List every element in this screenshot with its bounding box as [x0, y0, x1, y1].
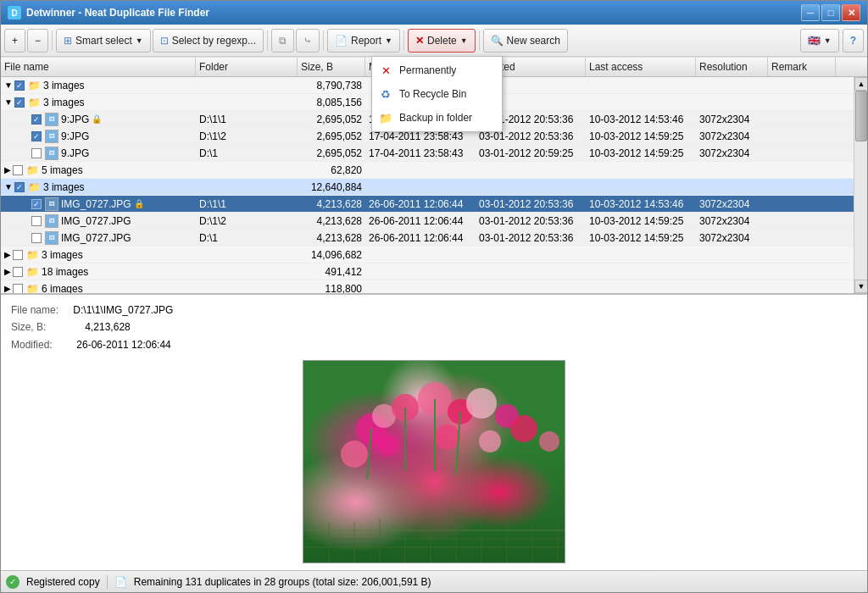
move-button[interactable]: ⤷ [296, 29, 320, 53]
svg-point-21 [378, 435, 398, 456]
flag-icon: 🇬🇧 [808, 35, 821, 47]
checkbox[interactable] [31, 216, 42, 226]
checkbox[interactable]: ✓ [31, 199, 42, 209]
checkbox[interactable] [13, 284, 23, 293]
expand-icon[interactable]: ▶ [4, 267, 11, 276]
cell-folder: D:\1 [196, 230, 298, 246]
remove-button[interactable]: − [27, 29, 48, 53]
col-remark[interactable]: Remark [768, 58, 836, 76]
expand-icon[interactable]: ▶ [4, 250, 11, 259]
col-folder[interactable]: Folder [196, 58, 298, 76]
sep4 [403, 30, 404, 51]
cell-remark [768, 128, 836, 144]
new-search-button[interactable]: 🔍 New search [483, 29, 568, 53]
table-row[interactable]: ▶ 📁 6 images 118,800 [1, 280, 854, 293]
cell-size: 2,695,052 [298, 128, 365, 144]
checkbox[interactable]: ✓ [14, 97, 25, 108]
expand-icon[interactable]: ▶ [4, 165, 11, 175]
help-button[interactable]: ? [843, 29, 864, 53]
permanently-menu-item[interactable]: ✕ Permanently [372, 58, 502, 82]
table-row[interactable]: ▼ ✓ 📁 3 images 12,640,884 [1, 179, 854, 196]
close-button[interactable]: ✕ [842, 4, 860, 21]
smart-select-icon: ⊞ [64, 35, 72, 47]
table-row[interactable]: 🖼 IMG_0727.JPG D:\1\2 4,213,628 26-06-20… [1, 213, 854, 230]
checkbox[interactable] [31, 233, 42, 243]
scrollbar-thumb[interactable] [855, 91, 867, 141]
report-button[interactable]: 📄 Report ▼ [327, 29, 400, 53]
scroll-up-button[interactable]: ▲ [854, 77, 867, 91]
cell-modified [365, 263, 476, 280]
select-by-regexp-button[interactable]: ⊡ Select by regexp... [153, 29, 264, 53]
cell-resolution: 3072x2304 [696, 213, 768, 229]
expand-icon[interactable]: ▼ [4, 97, 13, 107]
table-row[interactable]: 🖼 IMG_0727.JPG D:\1 4,213,628 26-06-2011… [1, 230, 854, 247]
checkbox[interactable] [13, 250, 23, 260]
recycle-bin-menu-item[interactable]: ♻ To Recycle Bin [372, 82, 502, 106]
checkbox[interactable] [31, 148, 42, 158]
preview-image [303, 360, 565, 563]
regexp-icon: ⊡ [160, 35, 169, 47]
to-recycle-bin-label: To Recycle Bin [399, 88, 466, 100]
table-row[interactable]: ▶ 📁 18 images 491,412 [1, 263, 854, 280]
report-arrow-icon: ▼ [385, 36, 392, 45]
folder-icon: 📁 [28, 80, 41, 91]
cell-name: ✓ 🖼 9:JPG [1, 128, 196, 144]
add-button[interactable]: + [4, 29, 25, 53]
maximize-button[interactable]: □ [821, 4, 840, 21]
sep3 [323, 30, 324, 51]
checkbox[interactable] [13, 165, 23, 175]
col-resolution[interactable]: Resolution [696, 58, 768, 76]
recycle-icon: ♻ [379, 87, 392, 101]
cell-folder [196, 162, 298, 178]
expand-icon[interactable]: ▶ [4, 284, 11, 293]
cell-size: 8,790,738 [298, 77, 365, 93]
delete-button[interactable]: ✕ Delete ▼ [408, 29, 476, 53]
checkbox[interactable]: ✓ [14, 182, 25, 192]
table-row[interactable]: ✓ 🖼 IMG_0727.JPG 🔒 D:\1\1 4,213,628 26-0… [1, 196, 854, 213]
checkbox[interactable]: ✓ [14, 80, 25, 91]
cell-size: 118,800 [298, 280, 365, 293]
x-icon: ✕ [379, 64, 392, 77]
backup-folder-menu-item[interactable]: 📁 Backup in folder [372, 106, 502, 130]
table-row[interactable]: ▶ 📁 5 images 62,820 [1, 162, 854, 179]
col-size[interactable]: Size, B [298, 58, 365, 76]
img-thumb: 🖼 [45, 214, 58, 228]
cell-access: 10-03-2012 14:53:46 [586, 196, 696, 212]
table-row[interactable]: 🖼 9.JPG D:\1 2,695,052 17-04-2011 23:58:… [1, 145, 854, 162]
col-filename[interactable]: File name [1, 58, 196, 76]
cell-created: 03-01-2012 20:53:36 [476, 230, 586, 246]
new-search-label: New search [507, 35, 560, 47]
minimize-button[interactable]: ─ [801, 4, 820, 21]
col-access[interactable]: Last access [586, 58, 696, 76]
checkbox[interactable]: ✓ [31, 114, 42, 125]
img-thumb: 🖼 [45, 197, 58, 211]
cell-remark [768, 162, 836, 178]
copy-button[interactable]: ⧉ [271, 29, 294, 53]
expand-icon[interactable]: ▼ [4, 80, 13, 90]
document-icon: 📄 [114, 576, 127, 588]
cell-size: 4,213,628 [298, 213, 365, 229]
checkbox[interactable]: ✓ [31, 131, 42, 141]
preview-image-area [11, 360, 857, 563]
img-thumb: 🖼 [45, 130, 58, 143]
delete-x-icon: ✕ [415, 35, 424, 47]
cell-resolution [696, 162, 768, 178]
flag-button[interactable]: 🇬🇧 ▼ [800, 29, 839, 53]
cell-resolution [696, 179, 768, 195]
help-icon: ? [850, 35, 856, 47]
cell-folder [196, 280, 298, 293]
cell-resolution [696, 263, 768, 280]
smart-select-button[interactable]: ⊞ Smart select ▼ [56, 29, 151, 53]
cell-name: ▶ 📁 3 images [1, 247, 196, 263]
expand-icon[interactable]: ▼ [4, 182, 13, 191]
folder-icon: 📁 [28, 181, 41, 193]
cell-resolution: 3072x2304 [696, 196, 768, 212]
cell-created: 03-01-2012 20:53:36 [476, 213, 586, 229]
registered-label: Registered copy [26, 576, 100, 588]
flower-overlay [303, 361, 565, 563]
scroll-down-button[interactable]: ▼ [854, 280, 867, 293]
checkbox[interactable] [13, 267, 23, 277]
cell-created [476, 247, 586, 263]
app-icon: D [8, 6, 21, 19]
table-row[interactable]: ▶ 📁 3 images 14,096,682 [1, 247, 854, 263]
